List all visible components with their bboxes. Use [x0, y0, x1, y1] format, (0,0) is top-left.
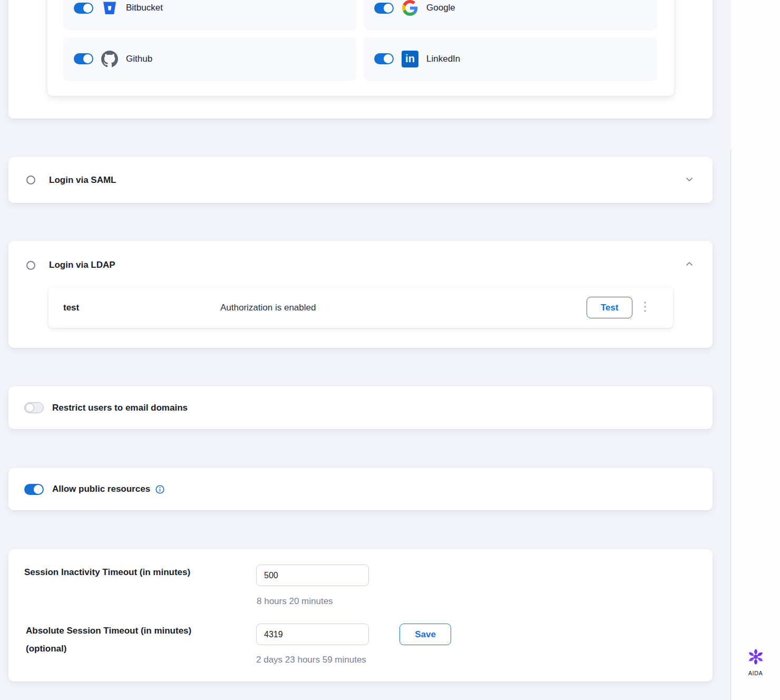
public-resources-section: Allow public resources	[8, 468, 713, 510]
toggle-knob	[384, 4, 393, 13]
settings-page: Bitbucket Google Github in LinkedIn Logi…	[0, 0, 780, 700]
provider-tile-bitbucket: Bitbucket	[63, 0, 356, 30]
inactivity-timeout-helper: 8 hours 20 minutes	[257, 596, 333, 607]
ldap-radio[interactable]	[26, 261, 35, 270]
toggle-knob	[384, 54, 393, 63]
linkedin-toggle[interactable]	[374, 53, 394, 64]
brand-logo: AIDA	[731, 647, 780, 676]
toggle-knob	[83, 54, 92, 63]
ldap-test-button[interactable]: Test	[587, 297, 632, 318]
chevron-down-icon[interactable]	[684, 174, 695, 187]
ldap-entry-row: test Authorization is enabled Test	[48, 287, 673, 328]
kebab-menu-icon[interactable]	[644, 302, 646, 312]
google-icon	[402, 0, 418, 16]
linkedin-icon: in	[402, 51, 418, 67]
absolute-timeout-helper: 2 days 23 hours 59 minutes	[256, 655, 366, 665]
absolute-timeout-label-line2: (optional)	[26, 644, 66, 654]
inactivity-timeout-input[interactable]	[256, 565, 369, 586]
saml-section-label: Login via SAML	[49, 175, 116, 186]
chevron-up-icon[interactable]	[684, 259, 695, 271]
absolute-timeout-label-line1: Absolute Session Timeout (in minutes)	[26, 626, 191, 636]
saml-radio[interactable]	[26, 176, 35, 184]
toggle-knob	[83, 4, 92, 13]
bitbucket-toggle[interactable]	[74, 3, 93, 14]
absolute-timeout-label: Absolute Session Timeout (in minutes) (o…	[26, 622, 191, 658]
github-toggle[interactable]	[74, 53, 93, 64]
ldap-entry-name: test	[63, 303, 79, 313]
google-toggle[interactable]	[374, 3, 394, 14]
save-button[interactable]: Save	[399, 624, 451, 645]
github-icon	[101, 51, 118, 67]
absolute-timeout-input[interactable]	[256, 624, 369, 645]
ldap-section-label: Login via LDAP	[49, 260, 115, 270]
ldap-entry-status: Authorization is enabled	[220, 303, 316, 313]
bitbucket-icon	[101, 0, 118, 16]
inactivity-timeout-label: Session Inactivity Timeout (in minutes)	[24, 563, 190, 581]
provider-label: Google	[426, 3, 455, 13]
public-resources-label: Allow public resources	[52, 484, 150, 494]
restrict-domains-section: Restrict users to email domains	[8, 386, 713, 429]
session-settings-card: Session Inactivity Timeout (in minutes) …	[8, 549, 713, 682]
public-resources-toggle[interactable]	[24, 484, 44, 495]
provider-tile-github: Github	[63, 37, 356, 81]
right-rail	[731, 0, 780, 700]
toggle-knob	[34, 485, 43, 494]
provider-label: Bitbucket	[126, 3, 163, 13]
vertical-divider	[730, 149, 731, 700]
saml-section[interactable]: Login via SAML	[8, 157, 713, 203]
provider-tile-google: Google	[364, 0, 657, 30]
brand-logo-text: AIDA	[731, 670, 780, 676]
aida-flower-icon	[746, 647, 765, 666]
toggle-knob	[25, 403, 34, 412]
ldap-section-header[interactable]: Login via LDAP	[8, 241, 713, 289]
restrict-domains-label: Restrict users to email domains	[52, 403, 188, 413]
provider-tile-linkedin: in LinkedIn	[364, 37, 657, 81]
info-icon[interactable]	[155, 485, 164, 494]
restrict-domains-toggle[interactable]	[24, 402, 44, 413]
provider-label: Github	[126, 54, 152, 64]
provider-label: LinkedIn	[426, 54, 460, 64]
